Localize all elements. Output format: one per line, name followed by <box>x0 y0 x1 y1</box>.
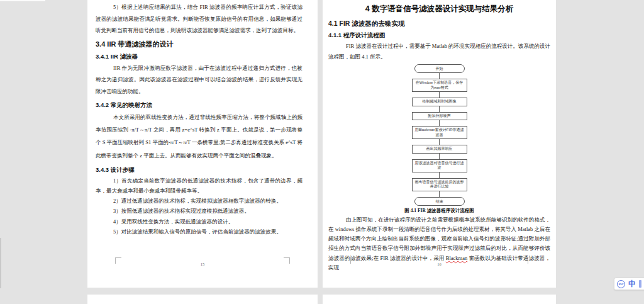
paragraph-mapping-method: 本文所采用的双线性变换方法，通过非线性频率压缩方法，将整个频域轴上的频率范围压缩… <box>96 111 303 162</box>
heading-4-1: 4.1 FIR 滤波器的去噪实现 <box>328 20 550 28</box>
flowchart-node-filter-signal: 用该滤波器对语音信号进行滤波 <box>412 159 467 172</box>
flowchart-node-compare-waveforms: 画出语音信号滤波前后的波形并进行比较 <box>412 178 467 191</box>
scrollbar-remnant[interactable] <box>0 238 1 288</box>
paragraph-flowchart-intro: FIR 滤波器在设计过程中，需要基于 Matlab 的环境实现相应的流程设计。该… <box>328 41 550 62</box>
flowchart-connector <box>439 92 440 98</box>
design-steps-list: 1）首先确定当前数字滤波器的低通滤波器的技术指标，包含了通带的边界，频率，最大衰… <box>96 176 303 237</box>
page-15-content: 5）根据上述响应结果的算法，结合 FIR 滤波器的频率响应计算方式，验证该滤波器… <box>87 0 318 237</box>
flowchart-node-record: 在Window下录制语音，保存为wav格式 <box>412 79 467 92</box>
flowchart-node-end: 结束 <box>414 197 465 206</box>
page-number-15: 15 <box>87 262 318 267</box>
next-page-preview-left[interactable] <box>87 295 318 304</box>
heading-3-4-1: 3.4.1 IIR 滤波器 <box>96 53 303 60</box>
flowchart-node-plot-domains: 绘制频域和时域图像 <box>412 98 467 106</box>
heading-3-4-3: 3.4.3 设计步骤 <box>96 166 303 174</box>
ifly-logo-icon[interactable]: iFLY <box>617 280 625 288</box>
flowchart-node-add-noise: 附加外部噪声 <box>412 112 467 121</box>
paragraph-step5-fir: 5）根据上述响应结果的算法，结合 FIR 滤波器的频率响应计算方式，验证该滤波器… <box>96 1 303 37</box>
spellcheck-flagged-word: Blackman <box>446 255 467 261</box>
ime-clipped-icon[interactable] <box>639 280 641 288</box>
page-number-16: 16 <box>323 262 556 267</box>
ime-status-bar[interactable]: iFLY 中 <box>614 278 644 290</box>
page-16-content: 4 数字语音信号滤波器设计实现与结果分析 4.1 FIR 滤波器的去噪实现 4.… <box>323 0 556 273</box>
fir-design-flowchart: 开始 在Window下录制语音，保存为wav格式 绘制频域和时域图像 附加外部噪… <box>328 64 550 206</box>
flowchart-connector <box>439 191 440 197</box>
flowchart-connector <box>439 73 440 79</box>
window-edge-sliver <box>0 0 45 1</box>
design-step-item: 1）首先确定当前数字滤波器的低通滤波器的技术指标，包含了通带的边界，频率，最大衰… <box>96 176 303 196</box>
heading-3-4: 3.4 IIR 带通滤波器的设计 <box>96 40 303 48</box>
flowchart-connector <box>439 172 440 178</box>
document-viewer-canvas: 5）根据上述响应结果的算法，结合 FIR 滤波器的频率响应计算方式，验证该滤波器… <box>0 0 644 304</box>
heading-4-1-1: 4.1.1 程序设计流程图 <box>328 31 550 39</box>
flowchart-connector <box>439 106 440 112</box>
design-step-item: 4）采用双线性变换方法，实现低通滤波器的设计。 <box>96 217 303 227</box>
design-step-item: 2）通过低通滤波器的技术指标，实现模拟滤波器相数字滤波器的转换。 <box>96 196 303 206</box>
document-page-15[interactable]: 5）根据上述响应结果的算法，结合 FIR 滤波器的频率响应计算方式，验证该滤波器… <box>87 0 318 288</box>
flowchart-connector <box>439 120 440 126</box>
figure-4-1-caption: 图 4.1 FIR 滤波器程序设计流程图 <box>328 208 550 214</box>
design-step-item: 5）对比滤波结果和输入信号的原始信号，评估当前滤波器的滤波效果。 <box>96 227 303 237</box>
ime-chinese-mode-toggle[interactable]: 中 <box>628 278 636 290</box>
next-page-preview-right[interactable] <box>323 295 556 304</box>
flowchart-node-blackman-design: 用Blackman窗设计FIR带通滤波器 <box>412 126 467 139</box>
flowchart-connector <box>439 154 440 159</box>
flowchart-node-freq-response: 画出其频率响应 <box>412 145 467 154</box>
flowchart-connector <box>439 139 440 145</box>
paragraph-iir-filter: IIR 作为无限冲激响应数字滤波器，由于在滤波过程中通过递归方式进行，也被称之为… <box>96 62 303 98</box>
document-page-16[interactable]: 4 数字语音信号滤波器设计实现与结果分析 4.1 FIR 滤波器的去噪实现 4.… <box>323 0 556 288</box>
flowchart-node-start: 开始 <box>414 64 465 73</box>
chapter-4-title: 4 数字语音信号滤波器设计实现与结果分析 <box>328 4 550 14</box>
design-step-item: 3）按照低通滤波器的技术指标实现过渡模拟低通滤波器。 <box>96 206 303 216</box>
heading-3-4-2: 3.4.2 常见的映射方法 <box>96 101 303 109</box>
